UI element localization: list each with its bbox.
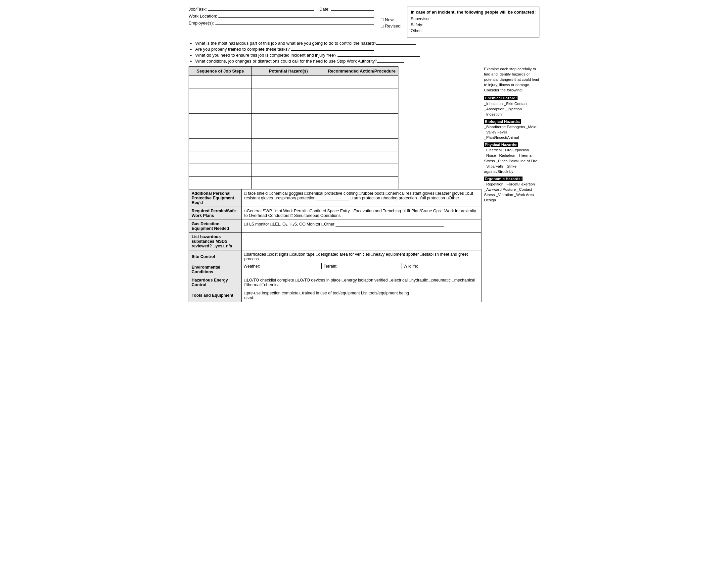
new-checkbox-row[interactable]: □ New	[381, 17, 400, 22]
chemical-hazard-section: Chemical Hazard: _Inhalation _Skin Conta…	[484, 95, 539, 117]
incident-box-title: In case of an incident, the following pe…	[411, 10, 536, 15]
chemical-hazard-header: Chemical Hazard:	[484, 96, 518, 100]
tools-content: □pre-use inspection complete □trained in…	[242, 289, 481, 302]
biological-hazard-items: _Bloodborne Pathogens _Mold _Valley Feve…	[484, 124, 539, 140]
site-row: Site Control □barricades □post signs □ca…	[189, 250, 481, 263]
table-row[interactable]	[189, 151, 398, 164]
bullet-3: What do you need to ensure this job is c…	[195, 53, 539, 58]
other-field[interactable]	[423, 32, 484, 32]
table-row[interactable]	[189, 176, 398, 189]
hazard-energy-content: □LO/TO checklist complete □LO/TO devices…	[242, 276, 481, 289]
env-label: Environmental Conditions	[189, 263, 242, 276]
new-checkbox-icon[interactable]: □	[381, 17, 384, 22]
gas-row: Gas Detection Equipment Needed □H₂S moni…	[189, 220, 481, 233]
env-row: Environmental Conditions Weather: Terrai…	[189, 263, 481, 276]
safety-label: Safety:	[411, 23, 423, 27]
ergonomic-hazard-header: Ergonomic Hazards:	[484, 176, 523, 181]
table-row[interactable]	[189, 114, 398, 126]
col-hazards-header: Potential Hazard(s)	[252, 67, 325, 76]
job-task-field[interactable]	[208, 10, 314, 11]
table-row[interactable]	[189, 101, 398, 114]
revised-checkbox-row[interactable]: □ Revised	[381, 23, 400, 28]
other-label: Other:	[411, 28, 422, 33]
bullet-1: What is the most hazardous part of this …	[195, 41, 539, 46]
permits-label: Required Permits/Safe Work Plans	[189, 207, 242, 220]
revised-checkbox-icon[interactable]: □	[381, 23, 384, 28]
table-row[interactable]	[189, 76, 398, 88]
terrain-label: Terrain:	[324, 264, 338, 268]
chemical-hazard-items: _Inhalation _Skin Contact _Absorption _I…	[484, 101, 539, 117]
substances-label: List hazardous substances MSDS reviewed?…	[189, 233, 242, 250]
date-field[interactable]	[331, 10, 374, 11]
work-location-label: Work Location:	[189, 14, 217, 19]
sidebar-intro: Examine each step carefully to find and …	[484, 66, 539, 93]
weather-col[interactable]: Weather:	[242, 263, 322, 269]
ergonomic-hazard-items: _Repetition _Forceful exertion _Awkward …	[484, 181, 539, 203]
physical-hazard-section: Physical Hazards: _Electrical _Fire/Expl…	[484, 142, 539, 174]
bullets-list: What is the most hazardous part of this …	[189, 41, 539, 64]
col-action-header: Recommended Action/Procedure	[325, 67, 398, 76]
site-label: Site Control	[189, 250, 242, 263]
wildlife-col[interactable]: Wildlife:	[401, 263, 481, 269]
gas-content: □H₂S monitor □LEL, O₂, H₂S, CO Monitor □…	[242, 220, 481, 233]
work-location-field[interactable]	[218, 17, 374, 18]
hazard-energy-label: Hazardous Energy Control	[189, 276, 242, 289]
table-row[interactable]	[189, 88, 398, 101]
substances-content[interactable]	[242, 233, 481, 250]
substances-row: List hazardous substances MSDS reviewed?…	[189, 233, 481, 250]
employees-label: Employee(s):	[189, 21, 214, 25]
table-row[interactable]	[189, 139, 398, 151]
table-row[interactable]	[189, 126, 398, 139]
biological-hazard-section: Biological Hazards: _Bloodborne Pathogen…	[484, 119, 539, 140]
revised-label: Revised	[385, 23, 400, 28]
ergonomic-hazard-section: Ergonomic Hazards: _Repetition _Forceful…	[484, 176, 539, 203]
permits-row: Required Permits/Safe Work Plans □Genera…	[189, 207, 481, 220]
ppe-content: □ face shield □chemical goggles □chemica…	[242, 189, 481, 207]
wildlife-label: Wildlife:	[403, 264, 418, 268]
supervisor-label: Supervisor:	[411, 17, 431, 21]
physical-hazard-items: _Electrical _Fire/Explosion _Noise _Radi…	[484, 147, 539, 174]
terrain-col[interactable]: Terrain:	[322, 263, 402, 269]
col-steps-header: Sequence of Job Steps	[189, 67, 252, 76]
physical-hazard-header: Physical Hazards:	[484, 142, 518, 147]
permits-content: □General SWP □Hot Work Permit □Confined …	[242, 207, 481, 220]
ppe-row: Additional Personal Protective Equipment…	[189, 189, 481, 207]
table-row[interactable]	[189, 164, 398, 176]
gas-label: Gas Detection Equipment Needed	[189, 220, 242, 233]
biological-hazard-header: Biological Hazards:	[484, 119, 521, 124]
sidebar: Examine each step carefully to find and …	[481, 66, 539, 302]
bullet-4: What conditions, job changes or distract…	[195, 59, 539, 64]
supervisor-field[interactable]	[432, 20, 488, 20]
weather-label: Weather:	[244, 264, 260, 268]
hazard-energy-row: Hazardous Energy Control □LO/TO checklis…	[189, 276, 481, 289]
env-content: Weather: Terrain: Wildlife:	[242, 263, 481, 276]
ppe-label: Additional Personal Protective Equipment…	[189, 189, 242, 207]
new-label: New	[385, 17, 393, 22]
job-task-label: Job/Task:	[189, 7, 207, 12]
date-label: Date:	[319, 7, 330, 12]
bullet-2: Are you properly trained to complete the…	[195, 47, 539, 52]
tools-row: Tools and Equipment □pre-use inspection …	[189, 289, 481, 302]
site-content: □barricades □post signs □caution tape □d…	[242, 250, 481, 263]
tools-label: Tools and Equipment	[189, 289, 242, 302]
employees-field[interactable]	[215, 24, 375, 24]
safety-field[interactable]	[424, 26, 485, 26]
